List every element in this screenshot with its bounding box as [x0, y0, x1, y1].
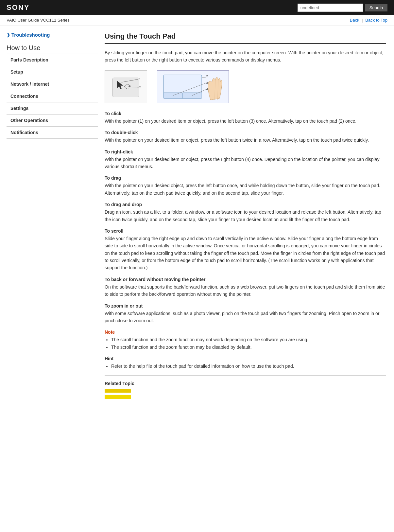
section-to-right-click-title: To right-click	[105, 149, 386, 154]
sidebar-item-connections[interactable]: Connections	[7, 90, 98, 102]
sidebar-troubleshooting-label: Troubleshooting	[11, 32, 50, 38]
section-to-zoom: To zoom in or out With some software app…	[105, 303, 386, 325]
note-item-0: The scroll function and the zoom functio…	[111, 336, 386, 343]
section-to-right-click: To right-click With the pointer on your …	[105, 149, 386, 170]
diagram-right: 2 3 4	[157, 70, 229, 103]
section-to-double-click-body: With the pointer on your desired item or…	[105, 136, 386, 144]
breadcrumb-bar: VAIO User Guide VCC111 Series Back | Bac…	[0, 15, 394, 26]
sidebar: Troubleshooting How to Use Parts Descrip…	[7, 32, 98, 399]
section-to-scroll-title: To scroll	[105, 228, 386, 234]
related-link-2[interactable]	[105, 395, 131, 399]
section-to-drag: To drag With the pointer on your desired…	[105, 175, 386, 197]
diagram-left: 1 2	[105, 70, 147, 103]
section-to-back-forward-body: On the software that supports the back/f…	[105, 283, 386, 298]
nav-links: Back | Back to Top	[350, 18, 387, 23]
hint-list: Refer to the help file of the touch pad …	[105, 363, 386, 370]
sony-logo: SONY	[7, 3, 29, 12]
sidebar-how-to-use-title: How to Use	[7, 44, 98, 52]
sidebar-item-parts-description[interactable]: Parts Description	[7, 54, 98, 66]
svg-text:2: 2	[139, 85, 141, 89]
related-link-1[interactable]	[105, 389, 131, 393]
section-to-scroll: To scroll Slide your finger along the ri…	[105, 228, 386, 272]
sidebar-item-notifications[interactable]: Notifications	[7, 127, 98, 139]
section-to-zoom-body: With some software applications, such as…	[105, 310, 386, 325]
section-to-click: To click With the pointer (1) on your de…	[105, 111, 386, 125]
breadcrumb-text: VAIO User Guide VCC111 Series	[7, 18, 70, 23]
svg-text:3: 3	[206, 81, 208, 84]
search-area: Search	[298, 4, 387, 12]
sidebar-item-other-operations[interactable]: Other Operations	[7, 115, 98, 127]
sidebar-item-troubleshooting[interactable]: Troubleshooting	[7, 32, 98, 38]
hint-title: Hint	[105, 356, 386, 361]
section-to-zoom-title: To zoom in or out	[105, 303, 386, 309]
touchpad-right-svg: 2 3 4	[160, 72, 226, 101]
section-to-drag-drop-title: To drag and drop	[105, 202, 386, 207]
section-to-double-click: To double-click With the pointer on your…	[105, 130, 386, 144]
section-to-drag-and-drop: To drag and drop Drag an icon, such as a…	[105, 202, 386, 223]
section-to-right-click-body: With the pointer on your desired item or…	[105, 156, 386, 170]
svg-text:1: 1	[139, 78, 141, 81]
section-to-click-body: With the pointer (1) on your desired ite…	[105, 117, 386, 125]
touchpad-diagram: 1 2 2 3	[105, 70, 386, 103]
intro-text: By sliding your finger on the touch pad,…	[105, 49, 386, 64]
hint-box: Hint Refer to the help file of the touch…	[105, 356, 386, 370]
header: SONY Search	[0, 0, 394, 15]
sidebar-item-setup[interactable]: Setup	[7, 66, 98, 78]
section-to-back-forward: To back or forward without moving the po…	[105, 277, 386, 298]
section-to-drag-body: With the pointer on your desired object,…	[105, 182, 386, 197]
hint-item-0: Refer to the help file of the touch pad …	[111, 363, 386, 370]
section-to-scroll-body: Slide your finger along the right edge u…	[105, 235, 386, 272]
section-to-click-title: To click	[105, 111, 386, 116]
touchpad-left-svg: 1 2	[106, 72, 146, 101]
search-input[interactable]	[298, 4, 363, 12]
section-to-double-click-title: To double-click	[105, 130, 386, 135]
back-to-top-link[interactable]: Back to Top	[365, 18, 387, 23]
note-title: Note	[105, 329, 386, 335]
section-to-drag-drop-body: Drag an icon, such as a file, to a folde…	[105, 208, 386, 223]
section-to-drag-title: To drag	[105, 175, 386, 181]
note-box: Note The scroll function and the zoom fu…	[105, 329, 386, 351]
separator: |	[362, 18, 363, 23]
note-item-1: The scroll function and the zoom functio…	[111, 344, 386, 351]
sidebar-item-settings[interactable]: Settings	[7, 102, 98, 115]
svg-text:2: 2	[206, 74, 208, 78]
content-area: Using the Touch Pad By sliding your fing…	[105, 32, 386, 399]
back-link[interactable]: Back	[350, 18, 359, 23]
svg-text:4: 4	[206, 87, 208, 91]
related-topic-title: Related Topic	[105, 381, 386, 386]
note-list: The scroll function and the zoom functio…	[105, 336, 386, 351]
sidebar-item-network-internet[interactable]: Network / Internet	[7, 78, 98, 90]
section-to-back-forward-title: To back or forward without moving the po…	[105, 277, 386, 282]
svg-rect-0	[113, 78, 139, 97]
related-topic: Related Topic	[105, 375, 386, 399]
page-title: Using the Touch Pad	[105, 32, 386, 44]
main-layout: Troubleshooting How to Use Parts Descrip…	[0, 26, 394, 406]
search-button[interactable]: Search	[365, 4, 387, 11]
